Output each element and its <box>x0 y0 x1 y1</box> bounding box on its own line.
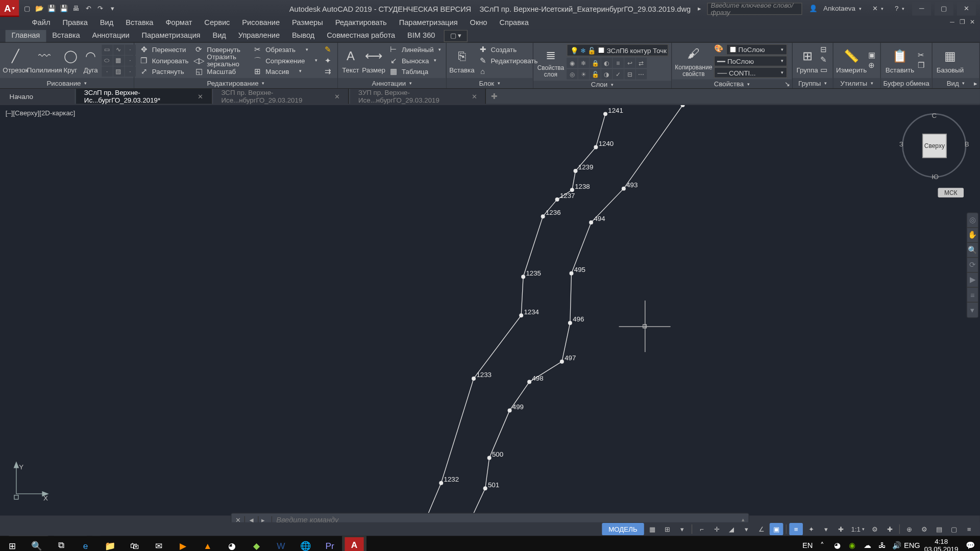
panel-block-title[interactable]: Блок▾ <box>447 78 533 88</box>
status-hw-icon[interactable]: ▤ <box>933 523 946 535</box>
qat-undo-icon[interactable]: ↶ <box>83 3 93 14</box>
status-clean-icon[interactable]: ▢ <box>947 523 961 535</box>
menu-parametric[interactable]: Параметризация <box>393 17 464 30</box>
app-icon-1[interactable]: ◆ <box>244 536 269 551</box>
point-icon[interactable]: · <box>102 66 112 77</box>
taskbar-lang2[interactable]: ENG <box>905 536 919 551</box>
layer-state-icon[interactable]: ⊟ <box>624 69 635 80</box>
status-model-button[interactable]: МОДЕЛЬ <box>602 523 644 535</box>
status-scale-label[interactable]: 1:1▾ <box>849 523 866 535</box>
store-icon[interactable]: 🛍 <box>122 536 146 551</box>
cut-icon[interactable]: ✂ <box>918 51 927 60</box>
menu-insert[interactable]: Вставка <box>119 17 159 30</box>
nav-zoom-icon[interactable]: 🔍 <box>967 243 978 258</box>
line-button[interactable]: ╱Отрезок <box>3 44 28 77</box>
user-button[interactable]: 👤 Ankotaeva▾ <box>805 3 865 15</box>
polyline-button[interactable]: 〰Полилиния <box>30 44 60 77</box>
measure-button[interactable]: 📏Измерить <box>836 44 867 77</box>
qat-saveas-icon[interactable]: 💾 <box>58 3 69 14</box>
layer-more-icon[interactable]: ⋯ <box>636 69 647 80</box>
nav-pan-icon[interactable]: ✋ <box>967 228 978 243</box>
qat-redo-icon[interactable]: ↷ <box>95 3 106 14</box>
word-icon[interactable]: W <box>269 536 293 551</box>
menu-dimension[interactable]: Размеры <box>286 17 329 30</box>
status-gear-icon[interactable]: ⚙ <box>868 523 882 535</box>
group-button[interactable]: ⊞Группа <box>795 44 819 77</box>
status-snap-icon[interactable]: ⊞ <box>660 523 674 535</box>
create-block-button[interactable]: ✚Создать <box>476 44 540 55</box>
trim-button[interactable]: ✂Обрезать ▾ <box>251 44 320 55</box>
group-edit-icon[interactable]: ✎ <box>820 56 830 65</box>
ungroup-icon[interactable]: ⊟ <box>820 45 830 55</box>
taskbar-clock[interactable]: 4:18 03.05.2019 <box>920 538 963 551</box>
status-annomon-icon[interactable]: ⊕ <box>902 523 916 535</box>
edge-icon[interactable]: e <box>74 536 98 551</box>
menu-help[interactable]: Справка <box>493 17 534 30</box>
qat-save-icon[interactable]: 💾 <box>46 3 57 14</box>
offset-button[interactable]: ⇉ <box>321 66 335 77</box>
layer-thaw-icon[interactable]: ☀ <box>578 69 589 80</box>
viewcube-top[interactable]: Сверху <box>922 134 947 158</box>
mirror-button[interactable]: ◁▷Отразить зеркально <box>192 55 249 65</box>
stretch-button[interactable]: ⤢Растянуть <box>137 66 191 77</box>
status-transparency-icon[interactable]: ✦ <box>804 523 818 535</box>
minimize-button[interactable]: ─ <box>912 2 931 15</box>
status-customize-icon[interactable]: ≡ <box>962 523 976 535</box>
status-iso-icon[interactable]: ◢ <box>725 523 739 535</box>
rtab-manage[interactable]: Управление <box>232 30 286 42</box>
menu-tools[interactable]: Сервис <box>198 17 236 30</box>
steam-icon[interactable]: ◕ <box>220 536 244 551</box>
layer-prev-icon[interactable]: ↩ <box>624 58 635 68</box>
close-tab-icon[interactable]: ✕ <box>472 92 477 100</box>
status-ortho-icon[interactable]: ⌐ <box>695 523 709 535</box>
menu-draw[interactable]: Рисование <box>236 17 286 30</box>
tray-nvidia-icon[interactable]: ◉ <box>846 536 860 551</box>
close-button[interactable]: ✕ <box>957 2 976 15</box>
panel-modify-title[interactable]: Редактирование▾ <box>134 78 337 88</box>
group-bb-icon[interactable]: ▭ <box>820 66 830 76</box>
layer-current-icon[interactable]: ✓ <box>613 69 624 80</box>
tray-cloud-icon[interactable]: ☁ <box>861 536 874 551</box>
text-button[interactable]: AТекст <box>340 44 360 77</box>
dimension-button[interactable]: ⟷Размер <box>362 44 385 77</box>
array-button[interactable]: ⊞Массив ▾ <box>251 66 320 77</box>
layer-dropdown[interactable]: 💡❄🔓 ЗСлП6 контур Точк▾ <box>567 44 668 56</box>
help-button[interactable]: ?▾ <box>891 3 909 15</box>
layer-off-icon[interactable]: ◉ <box>567 58 577 68</box>
region-icon[interactable]: ▨ <box>113 66 124 77</box>
status-grid-icon[interactable]: ▦ <box>646 523 659 535</box>
panel-layers-title[interactable]: Слои▾ <box>533 81 671 88</box>
paste-button[interactable]: 📋Вставить <box>884 44 916 77</box>
layer-match-icon[interactable]: ≡ <box>613 58 624 68</box>
doc-minimize-button[interactable]: ─ <box>947 17 957 27</box>
circle-button[interactable]: ◯Круг <box>61 44 80 77</box>
arc-button[interactable]: ◠Дуга <box>81 44 100 77</box>
layer-properties-button[interactable]: ≣Свойства слоя <box>536 45 565 78</box>
qat-new-icon[interactable]: ▢ <box>22 3 33 14</box>
color-wheel-icon[interactable]: 🎨 <box>714 44 725 55</box>
close-tab-icon[interactable]: ✕ <box>198 92 203 100</box>
tray-steam-icon[interactable]: ◕ <box>830 536 844 551</box>
erase-button[interactable]: ✎ <box>321 44 335 55</box>
rtab-featured[interactable]: ▢ ▾ <box>444 30 468 42</box>
explode-button[interactable]: ✦ <box>321 55 335 65</box>
file-tab-1[interactable]: ЗСлП пр. Верхне-Ис...бургГО_29.03.2019*✕ <box>76 89 212 104</box>
lineweight-dropdown[interactable]: ━━ ПоСлою▾ <box>714 56 788 66</box>
start-button[interactable]: ⊞ <box>0 536 24 551</box>
search-arrow-icon[interactable]: ▸ <box>694 3 704 14</box>
nav-showmotion-icon[interactable]: ▶ <box>967 272 978 287</box>
panel-annotation-title[interactable]: Аннотации▾ <box>338 78 446 88</box>
leader-button[interactable]: ↙Выноска▾ <box>387 55 444 65</box>
layer-freeze-icon[interactable]: ❄ <box>578 58 589 68</box>
browser-icon[interactable]: 🌐 <box>293 536 317 551</box>
fillet-button[interactable]: ⌒Сопряжение ▾ <box>251 55 320 65</box>
rtab-bim360[interactable]: BIM 360 <box>401 30 441 42</box>
menu-modify[interactable]: Редактировать <box>329 17 393 30</box>
taskview-button[interactable]: ⧉ <box>49 536 74 551</box>
nav-orbit-icon[interactable]: ⟳ <box>967 258 978 272</box>
scale-button[interactable]: ◱Масштаб <box>192 66 249 77</box>
panel-groups-title[interactable]: Группы▾ <box>793 78 832 88</box>
nav-wheel-icon[interactable]: ◎ <box>967 213 978 228</box>
spline-icon[interactable]: ∿ <box>113 44 124 55</box>
hatch-icon[interactable]: ▦ <box>113 55 124 65</box>
